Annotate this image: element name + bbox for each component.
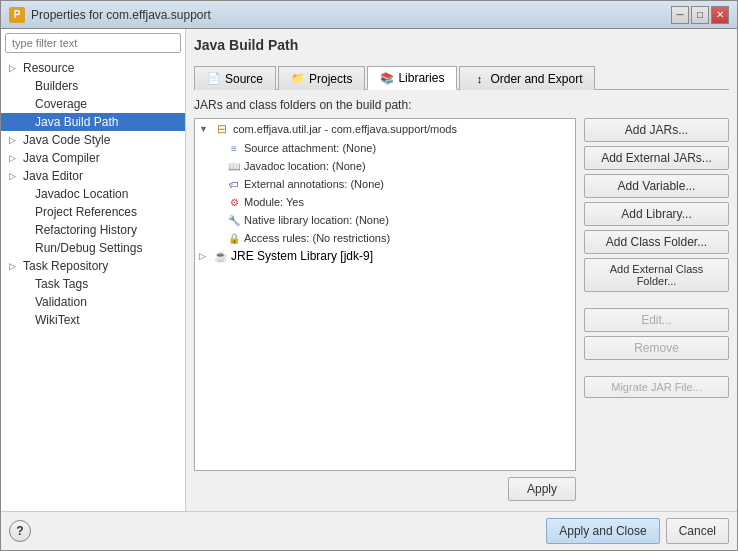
jar-expand-arrow: ▼	[199, 124, 211, 134]
button-separator-2	[584, 364, 729, 372]
sub-item-label: Access rules: (No restrictions)	[244, 232, 390, 244]
sidebar-item-label: Java Compiler	[23, 151, 100, 165]
sub-item-javadoc[interactable]: 📖 Javadoc location: (None)	[195, 157, 575, 175]
sidebar-item-resource[interactable]: ▷ Resource	[1, 59, 185, 77]
sidebar-item-label: Javadoc Location	[35, 187, 128, 201]
sidebar-item-task-tags[interactable]: Task Tags	[1, 275, 185, 293]
tab-source[interactable]: 📄 Source	[194, 66, 276, 90]
tab-order-export[interactable]: ↕ Order and Export	[459, 66, 595, 90]
window-controls: ─ □ ✕	[671, 6, 729, 24]
sidebar-item-label: Project References	[35, 205, 137, 219]
native-icon: 🔧	[227, 213, 241, 227]
panel-title: Java Build Path	[194, 37, 729, 57]
bottom-left: ?	[9, 520, 31, 542]
sidebar-item-run-debug[interactable]: Run/Debug Settings	[1, 239, 185, 257]
sub-item-access-rules[interactable]: 🔒 Access rules: (No restrictions)	[195, 229, 575, 247]
sidebar-item-label: Coverage	[35, 97, 87, 111]
filter-input[interactable]	[5, 33, 181, 53]
tab-source-label: Source	[225, 72, 263, 86]
window-title: Properties for com.effjava.support	[31, 8, 671, 22]
sidebar-item-task-repository[interactable]: ▷ Task Repository	[1, 257, 185, 275]
sub-item-external-annotations[interactable]: 🏷 External annotations: (None)	[195, 175, 575, 193]
sidebar-item-wikitext[interactable]: WikiText	[1, 311, 185, 329]
expand-arrow: ▷	[9, 135, 19, 145]
sub-item-module[interactable]: ⚙ Module: Yes	[195, 193, 575, 211]
add-library-button[interactable]: Add Library...	[584, 202, 729, 226]
sub-item-label: External annotations: (None)	[244, 178, 384, 190]
sidebar-item-validation[interactable]: Validation	[1, 293, 185, 311]
sidebar-tree: ▷ Resource Builders Coverage Java Build …	[1, 57, 185, 511]
sidebar-item-coverage[interactable]: Coverage	[1, 95, 185, 113]
sidebar-item-label: Task Tags	[35, 277, 88, 291]
bottom-right: Apply and Close Cancel	[546, 518, 729, 544]
tab-projects-label: Projects	[309, 72, 352, 86]
main-content: ▷ Resource Builders Coverage Java Build …	[1, 29, 737, 511]
tab-libraries[interactable]: 📚 Libraries	[367, 66, 457, 90]
add-external-class-folder-button[interactable]: Add External Class Folder...	[584, 258, 729, 292]
sidebar-item-project-references[interactable]: Project References	[1, 203, 185, 221]
button-separator	[584, 296, 729, 304]
buttons-panel: Add JARs... Add External JARs... Add Var…	[584, 118, 729, 503]
access-rules-icon: 🔒	[227, 231, 241, 245]
sidebar-item-builders[interactable]: Builders	[1, 77, 185, 95]
sub-item-source[interactable]: ≡ Source attachment: (None)	[195, 139, 575, 157]
window-icon: P	[9, 7, 25, 23]
expand-arrow: ▷	[9, 261, 19, 271]
right-panel: Java Build Path 📄 Source 📁 Projects 📚 Li…	[186, 29, 737, 511]
jar-item-effjava[interactable]: ▼ ⊟ com.effjava.util.jar - com.effjava.s…	[195, 119, 575, 139]
sidebar-item-label: Java Editor	[23, 169, 83, 183]
apply-and-close-button[interactable]: Apply and Close	[546, 518, 659, 544]
tab-projects[interactable]: 📁 Projects	[278, 66, 365, 90]
add-class-folder-button[interactable]: Add Class Folder...	[584, 230, 729, 254]
sidebar-item-label: Refactoring History	[35, 223, 137, 237]
sidebar-item-java-build-path[interactable]: Java Build Path	[1, 113, 185, 131]
panel-apply-area: Apply	[194, 471, 576, 503]
build-path-area: ▼ ⊟ com.effjava.util.jar - com.effjava.s…	[194, 118, 729, 503]
remove-button[interactable]: Remove	[584, 336, 729, 360]
bottom-bar: ? Apply and Close Cancel	[1, 511, 737, 550]
source-tab-icon: 📄	[207, 72, 221, 86]
sidebar-item-label: Task Repository	[23, 259, 108, 273]
minimize-button[interactable]: ─	[671, 6, 689, 24]
jar-tree-panel[interactable]: ▼ ⊟ com.effjava.util.jar - com.effjava.s…	[194, 118, 576, 471]
sidebar-item-java-compiler[interactable]: ▷ Java Compiler	[1, 149, 185, 167]
jar-description: JARs and class folders on the build path…	[194, 98, 729, 112]
sub-item-label: Source attachment: (None)	[244, 142, 376, 154]
jre-item-label: JRE System Library [jdk-9]	[231, 249, 373, 263]
libraries-tab-icon: 📚	[380, 71, 394, 85]
sub-item-native-library[interactable]: 🔧 Native library location: (None)	[195, 211, 575, 229]
sidebar-item-java-code-style[interactable]: ▷ Java Code Style	[1, 131, 185, 149]
tab-libraries-label: Libraries	[398, 71, 444, 85]
cancel-button[interactable]: Cancel	[666, 518, 729, 544]
panel-apply-button[interactable]: Apply	[508, 477, 576, 501]
sidebar-item-label: Java Build Path	[35, 115, 118, 129]
tabs-bar: 📄 Source 📁 Projects 📚 Libraries ↕ Order …	[194, 65, 729, 90]
sidebar-item-refactoring-history[interactable]: Refactoring History	[1, 221, 185, 239]
edit-button[interactable]: Edit...	[584, 308, 729, 332]
maximize-button[interactable]: □	[691, 6, 709, 24]
sub-item-label: Module: Yes	[244, 196, 304, 208]
projects-tab-icon: 📁	[291, 72, 305, 86]
tree-column: ▼ ⊟ com.effjava.util.jar - com.effjava.s…	[194, 118, 576, 503]
sidebar-item-label: Resource	[23, 61, 74, 75]
expand-arrow: ▷	[9, 171, 19, 181]
annotation-icon: 🏷	[227, 177, 241, 191]
help-button[interactable]: ?	[9, 520, 31, 542]
tab-order-export-label: Order and Export	[490, 72, 582, 86]
add-variable-button[interactable]: Add Variable...	[584, 174, 729, 198]
close-button[interactable]: ✕	[711, 6, 729, 24]
migrate-jar-button[interactable]: Migrate JAR File...	[584, 376, 729, 398]
module-icon: ⚙	[227, 195, 241, 209]
sidebar: ▷ Resource Builders Coverage Java Build …	[1, 29, 186, 511]
sidebar-item-java-editor[interactable]: ▷ Java Editor	[1, 167, 185, 185]
add-jars-button[interactable]: Add JARs...	[584, 118, 729, 142]
sidebar-item-label: Validation	[35, 295, 87, 309]
add-external-jars-button[interactable]: Add External JARs...	[584, 146, 729, 170]
expand-arrow: ▷	[9, 63, 19, 73]
sidebar-item-javadoc-location[interactable]: Javadoc Location	[1, 185, 185, 203]
javadoc-icon: 📖	[227, 159, 241, 173]
jre-icon: ☕	[214, 250, 228, 263]
sub-item-label: Javadoc location: (None)	[244, 160, 366, 172]
jre-expand-arrow: ▷	[199, 251, 211, 261]
jre-item[interactable]: ▷ ☕ JRE System Library [jdk-9]	[195, 247, 575, 265]
